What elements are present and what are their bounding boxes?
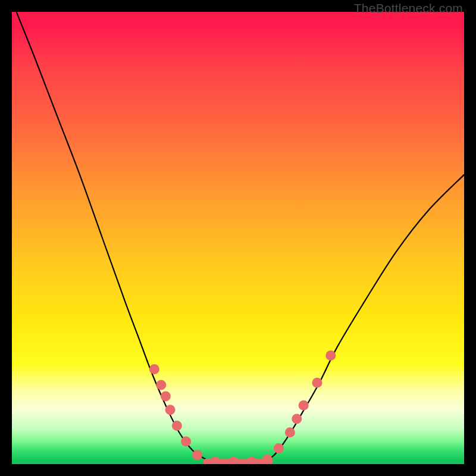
plot-area: [12, 12, 464, 464]
curve-svg: [12, 12, 464, 464]
watermark-text: TheBottleneck.com: [354, 1, 463, 15]
data-marker: [292, 414, 302, 424]
bottleneck-curve-right: [261, 175, 464, 464]
marker-group: [149, 350, 336, 464]
data-marker: [156, 380, 166, 390]
data-marker: [211, 457, 221, 464]
data-marker: [228, 457, 239, 464]
data-marker: [312, 378, 322, 388]
chart-frame: TheBottleneck.com: [0, 0, 476, 476]
data-marker: [181, 437, 191, 447]
bottleneck-curve-left: [17, 12, 220, 464]
data-marker: [285, 427, 295, 437]
data-marker: [192, 450, 202, 460]
data-marker: [274, 443, 284, 453]
data-marker: [172, 421, 182, 431]
data-marker: [165, 405, 176, 415]
data-marker: [149, 364, 159, 374]
data-marker: [299, 400, 309, 411]
data-marker: [161, 392, 171, 402]
data-marker: [246, 457, 256, 464]
data-marker: [262, 455, 273, 464]
data-marker: [325, 350, 336, 361]
